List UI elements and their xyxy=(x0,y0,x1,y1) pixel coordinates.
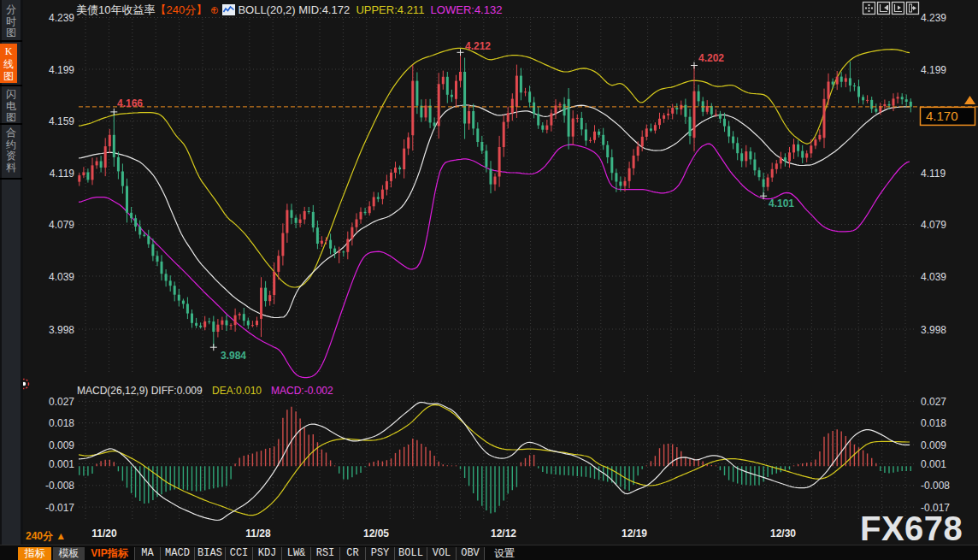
svg-text:12/05: 12/05 xyxy=(363,528,389,539)
svg-text:4.159: 4.159 xyxy=(49,115,74,127)
svg-text:0.027: 0.027 xyxy=(49,396,74,408)
svg-text:11/28: 11/28 xyxy=(245,528,271,539)
svg-text:4.079: 4.079 xyxy=(921,219,946,231)
svg-text:0.018: 0.018 xyxy=(921,417,946,429)
svg-text:3.998: 3.998 xyxy=(49,324,74,336)
svg-text:0.018: 0.018 xyxy=(49,417,74,429)
svg-text:4.170: 4.170 xyxy=(926,109,958,123)
svg-text:4.166: 4.166 xyxy=(117,97,143,109)
svg-text:4.119: 4.119 xyxy=(921,168,946,180)
svg-text:-0.008: -0.008 xyxy=(921,480,950,492)
svg-text:4.202: 4.202 xyxy=(698,52,724,64)
svg-text:MACD(26,12,9) DIFF:0.009: MACD(26,12,9) DIFF:0.009 xyxy=(77,385,205,397)
svg-text:4.239: 4.239 xyxy=(921,12,946,24)
svg-text:3.984: 3.984 xyxy=(221,350,246,362)
svg-text:4.212: 4.212 xyxy=(465,40,491,52)
svg-text:-0.008: -0.008 xyxy=(45,480,74,492)
svg-text:4.199: 4.199 xyxy=(49,64,74,76)
svg-text:MACD:-0.002: MACD:-0.002 xyxy=(271,385,333,397)
svg-text:0.009: 0.009 xyxy=(49,439,74,451)
svg-text:11/20: 11/20 xyxy=(91,528,117,539)
svg-text:0.001: 0.001 xyxy=(49,458,74,470)
svg-text:-0.017: -0.017 xyxy=(45,502,74,514)
svg-text:12/12: 12/12 xyxy=(491,528,516,539)
svg-text:0.027: 0.027 xyxy=(921,396,946,408)
svg-text:4.101: 4.101 xyxy=(769,197,794,209)
svg-text:4.239: 4.239 xyxy=(49,12,74,24)
svg-text:0.009: 0.009 xyxy=(921,439,946,451)
svg-text:12/30: 12/30 xyxy=(770,528,796,539)
svg-text:12/19: 12/19 xyxy=(622,528,647,539)
svg-text:4.199: 4.199 xyxy=(921,64,946,76)
svg-text:4.119: 4.119 xyxy=(50,168,74,180)
svg-text:4.039: 4.039 xyxy=(921,271,946,283)
svg-text:3.998: 3.998 xyxy=(921,324,946,336)
svg-text:4.079: 4.079 xyxy=(49,219,74,231)
svg-text:0.001: 0.001 xyxy=(921,458,946,470)
svg-text:DEA:0.010: DEA:0.010 xyxy=(212,385,262,397)
svg-text:4.039: 4.039 xyxy=(49,271,74,283)
